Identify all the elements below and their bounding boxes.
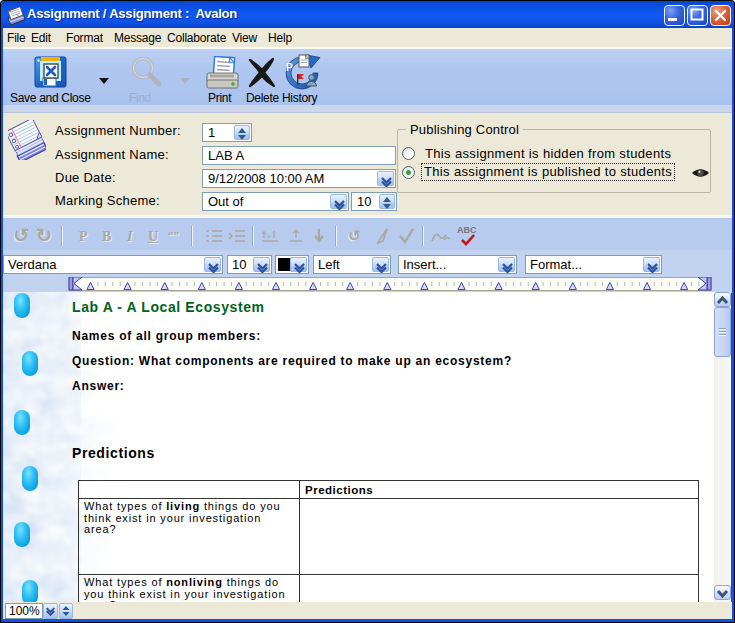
svg-text:P: P — [286, 62, 293, 73]
